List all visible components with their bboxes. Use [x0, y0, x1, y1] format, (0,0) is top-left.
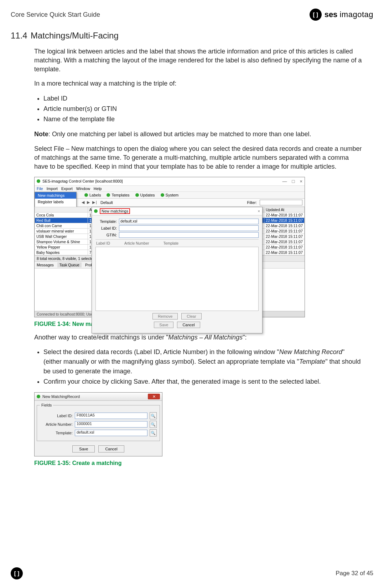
search-icon[interactable]: 🔍 — [150, 429, 157, 436]
dot-icon — [135, 193, 139, 197]
new-matchings-dialog: New matchings × Template: default.xsl La… — [92, 207, 263, 333]
section-heading: 11.4Matchings/Multi-Facing — [11, 31, 373, 41]
labelid-input[interactable] — [119, 225, 259, 231]
list-item: Select the desired data records (Label I… — [43, 347, 362, 376]
default-label: Default — [100, 200, 113, 205]
labelid-input[interactable]: F80011A5 — [75, 413, 147, 419]
menu-export[interactable]: Export — [61, 186, 73, 191]
menu-file[interactable]: File — [37, 186, 43, 191]
dialog-title: New matchings — [100, 208, 130, 214]
dialog-title: New MatchingRecord — [42, 394, 80, 399]
nav-buttons[interactable]: ◀ ▶ ▶| — [82, 200, 98, 205]
tab-templates[interactable]: Templates — [111, 193, 129, 197]
figure-screenshot-new-matching-record: New MatchingRecord ✕ Fields Label ID: F8… — [34, 392, 162, 456]
list-item: Article number(s) or GTIN — [43, 104, 362, 114]
brand-text-thin: imagotag — [339, 10, 373, 19]
paragraph: Select File – New matchings to open the … — [34, 144, 362, 171]
article-grid[interactable]: Article Number Per… Sale Updated At Coca… — [35, 207, 305, 255]
close-button[interactable]: × — [300, 179, 302, 184]
dot-icon — [37, 395, 40, 398]
menu-item-new-matchings[interactable]: New matchings — [35, 192, 76, 199]
close-button[interactable]: ✕ — [148, 394, 160, 399]
document-title: Core Service Quick Start Guide — [11, 11, 100, 19]
maximize-button[interactable]: □ — [292, 179, 295, 184]
list-item: Label ID — [43, 94, 362, 103]
page-number: Page 32 of 45 — [336, 570, 373, 577]
clear-button[interactable]: Clear — [181, 313, 201, 319]
labelid-label: Label ID: — [40, 414, 73, 418]
article-number-label: Article Number: — [40, 422, 73, 426]
cancel-button[interactable]: Cancel — [98, 445, 124, 452]
text: ": — [243, 334, 247, 341]
emphasis: Matchings – All Matchings — [168, 334, 243, 341]
emphasis: Template — [299, 358, 325, 365]
window-title: SES-imagotag Control Center [localhost:8… — [42, 179, 123, 183]
note-label: Note — [34, 131, 48, 138]
template-label: Template: — [95, 219, 117, 224]
list-item: Confirm your choice by clicking Save. Af… — [43, 377, 362, 387]
close-icon[interactable]: × — [258, 209, 260, 213]
template-label: Template: — [40, 431, 73, 435]
text: Select the desired data records (Label I… — [43, 348, 279, 356]
brand-text-bold: ses — [325, 10, 338, 19]
save-button[interactable]: Save — [154, 322, 173, 328]
matching-list[interactable] — [95, 247, 259, 311]
menu-item-register-labels[interactable]: Register labels — [35, 199, 76, 205]
note: Note: Only one matching per label is all… — [34, 130, 362, 139]
minimize-button[interactable]: — — [282, 179, 287, 184]
labelid-label: Label ID: — [95, 226, 117, 230]
status-records: 8 total records, 8 visible, 1 selected — [37, 256, 95, 261]
text: Another way to create/edit matchings is … — [34, 334, 168, 341]
window-titlebar: SES-imagotag Control Center [localhost:8… — [35, 177, 305, 186]
tab-messages[interactable]: Messages — [37, 263, 54, 267]
tab-task-queue[interactable]: Task Queue — [57, 262, 82, 267]
dot-icon — [94, 209, 98, 213]
section-title: Matchings/Multi-Facing — [31, 31, 119, 40]
gtin-input[interactable] — [119, 232, 259, 238]
filter-input[interactable] — [260, 200, 302, 205]
menubar: File Import Export Window Help — [35, 186, 305, 192]
footer-brand-icon: [] — [11, 567, 23, 579]
col-labelid: Label ID — [96, 241, 110, 245]
paragraph: The logical link between articles and th… — [34, 47, 362, 73]
col-article-number: Article Number — [124, 241, 149, 245]
tab-system[interactable]: System — [166, 193, 179, 197]
remove-button[interactable]: Remove — [152, 313, 178, 319]
gtin-label: GTIN: — [95, 233, 117, 237]
section-number: 11.4 — [11, 31, 31, 41]
cancel-button[interactable]: Cancel — [177, 322, 200, 328]
figure-caption: FIGURE 1-35: Create a matching — [34, 460, 362, 466]
paragraph: In a more technical way a matching is th… — [34, 79, 362, 88]
tab-labels[interactable]: Labels — [89, 193, 101, 197]
col-template: Template — [164, 241, 179, 245]
list-item: Name of the template file — [43, 114, 362, 124]
template-input[interactable]: default.xsl — [75, 430, 147, 436]
article-number-input[interactable]: 1000001 — [75, 421, 147, 428]
brand-logo: [] ses imagotag — [310, 9, 373, 21]
emphasis: New Matching Record — [279, 348, 342, 356]
menu-help[interactable]: Help — [94, 186, 102, 191]
tab-updates[interactable]: Updates — [140, 193, 155, 197]
dot-icon — [107, 193, 110, 197]
brand-icon: [] — [310, 9, 322, 21]
save-button[interactable]: Save — [72, 445, 95, 452]
dot-icon — [84, 193, 88, 197]
app-icon — [37, 179, 40, 183]
search-icon[interactable]: 🔍 — [150, 412, 157, 419]
search-icon[interactable]: 🔍 — [150, 421, 157, 428]
note-text: : Only one matching per label is allowed… — [48, 131, 311, 138]
paragraph: Another way to create/edit matchings is … — [34, 333, 362, 342]
triple-list: Label ID Article number(s) or GTIN Name … — [43, 94, 362, 124]
dot-icon — [161, 193, 164, 197]
menu-import[interactable]: Import — [47, 186, 58, 191]
menu-window[interactable]: Window — [76, 186, 90, 191]
figure-screenshot-new-matchings: SES-imagotag Control Center [localhost:8… — [34, 177, 305, 317]
filter-label: Filter: — [247, 200, 257, 205]
fields-legend: Fields — [40, 403, 53, 407]
template-input[interactable]: default.xsl — [119, 219, 259, 224]
col-updated[interactable]: Updated At — [264, 207, 305, 212]
steps-list: Select the desired data records (Label I… — [43, 347, 362, 387]
